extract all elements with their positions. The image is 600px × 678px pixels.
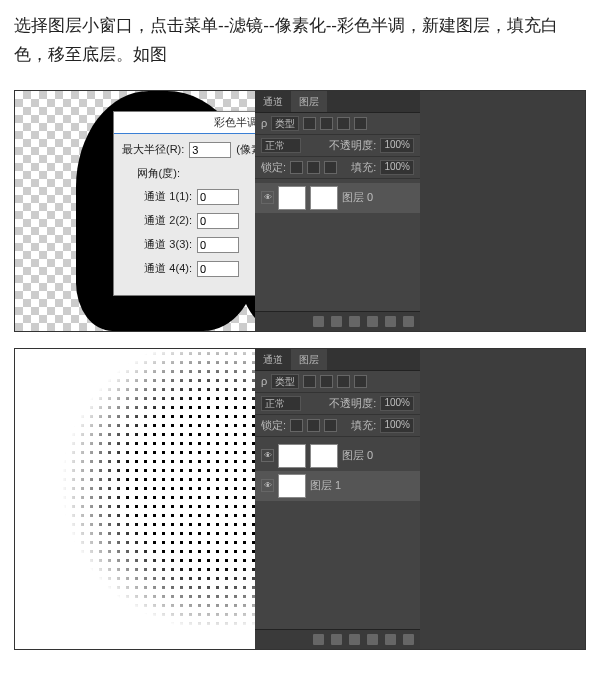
adjustment-icon[interactable] xyxy=(367,634,378,645)
layer-name: 图层 0 xyxy=(342,190,373,205)
mask-icon[interactable] xyxy=(331,316,342,327)
filter-icon[interactable] xyxy=(354,117,367,130)
layer-item[interactable]: 👁 图层 0 xyxy=(255,183,420,213)
lock-icon[interactable] xyxy=(290,419,303,432)
opacity-value[interactable]: 100% xyxy=(380,138,414,153)
lock-icon[interactable] xyxy=(307,419,320,432)
filter-icon[interactable] xyxy=(337,375,350,388)
opacity-label: 不透明度: xyxy=(329,396,376,411)
layer-name: 图层 1 xyxy=(310,478,341,493)
grid-angle-label: 网角(度): xyxy=(122,166,180,181)
layer-item[interactable]: 👁 图层 0 xyxy=(255,441,420,471)
channel1-label: 通道 1(1): xyxy=(140,189,192,204)
channel1-input[interactable] xyxy=(197,189,239,205)
fill-value[interactable]: 100% xyxy=(380,418,414,433)
filter-icon[interactable] xyxy=(337,117,350,130)
layer-thumbnail[interactable] xyxy=(278,186,306,210)
channel2-input[interactable] xyxy=(197,213,239,229)
folder-icon[interactable] xyxy=(349,316,360,327)
channel2-label: 通道 2(2): xyxy=(140,213,192,228)
fill-value[interactable]: 100% xyxy=(380,160,414,175)
filter-type-label: ρ xyxy=(261,375,267,387)
layer-mask-thumbnail[interactable] xyxy=(310,186,338,210)
fx-icon[interactable] xyxy=(313,316,324,327)
trash-icon[interactable] xyxy=(403,634,414,645)
lock-icon[interactable] xyxy=(290,161,303,174)
filter-icon[interactable] xyxy=(303,117,316,130)
max-radius-input[interactable] xyxy=(189,142,231,158)
tab-layers[interactable]: 图层 xyxy=(291,349,327,370)
channel3-label: 通道 3(3): xyxy=(140,237,192,252)
lock-label: 锁定: xyxy=(261,160,286,175)
filter-icon[interactable] xyxy=(320,117,333,130)
lock-icon[interactable] xyxy=(324,161,337,174)
folder-icon[interactable] xyxy=(349,634,360,645)
blend-mode-select[interactable]: 正常 xyxy=(261,138,301,153)
channel4-input[interactable] xyxy=(197,261,239,277)
dialog-title: 彩色半调 xyxy=(214,115,258,130)
opacity-value[interactable]: 100% xyxy=(380,396,414,411)
blend-mode-select[interactable]: 正常 xyxy=(261,396,301,411)
screenshot-2: 通道 图层 ρ 类型 正常 不透明度: 100% 锁定: xyxy=(14,348,586,650)
layer-mask-thumbnail[interactable] xyxy=(310,444,338,468)
max-radius-label: 最大半径(R): xyxy=(122,142,184,157)
tab-layers[interactable]: 图层 xyxy=(291,91,327,112)
layer-item[interactable]: 👁 图层 1 xyxy=(255,471,420,501)
new-layer-icon[interactable] xyxy=(385,634,396,645)
filter-icon[interactable] xyxy=(320,375,333,388)
new-layer-icon[interactable] xyxy=(385,316,396,327)
layer-name: 图层 0 xyxy=(342,448,373,463)
filter-icon[interactable] xyxy=(303,375,316,388)
layers-panel: 通道 图层 ρ 类型 正常 不透明度: 100% 锁定: xyxy=(255,349,420,649)
filter-icon[interactable] xyxy=(354,375,367,388)
lock-label: 锁定: xyxy=(261,418,286,433)
lock-icon[interactable] xyxy=(307,161,320,174)
adjustment-icon[interactable] xyxy=(367,316,378,327)
panel-footer xyxy=(255,629,420,649)
layer-thumbnail[interactable] xyxy=(278,474,306,498)
opacity-label: 不透明度: xyxy=(329,138,376,153)
tab-channels[interactable]: 通道 xyxy=(255,91,291,112)
channel3-input[interactable] xyxy=(197,237,239,253)
canvas-area: 彩色半调 ✕ 最大半径(R): (像素) 网角(度): 通道 1(1): xyxy=(15,91,585,331)
layer-thumbnail[interactable] xyxy=(278,444,306,468)
screenshot-1: 彩色半调 ✕ 最大半径(R): (像素) 网角(度): 通道 1(1): xyxy=(14,90,586,332)
fill-label: 填充: xyxy=(351,418,376,433)
mask-icon[interactable] xyxy=(331,634,342,645)
lock-icon[interactable] xyxy=(324,419,337,432)
fill-label: 填充: xyxy=(351,160,376,175)
panel-footer xyxy=(255,311,420,331)
instruction-text: 选择图层小窗口，点击菜单--滤镜--像素化--彩色半调，新建图层，填充白色，移至… xyxy=(0,0,600,82)
fx-icon[interactable] xyxy=(313,634,324,645)
trash-icon[interactable] xyxy=(403,316,414,327)
filter-type-label: ρ xyxy=(261,117,267,129)
tab-channels[interactable]: 通道 xyxy=(255,349,291,370)
visibility-icon[interactable]: 👁 xyxy=(261,449,274,462)
layers-panel: 通道 图层 ρ 类型 正常 不透明度: 100% 锁定: xyxy=(255,91,420,331)
canvas-area: 通道 图层 ρ 类型 正常 不透明度: 100% 锁定: xyxy=(15,349,585,649)
visibility-icon[interactable]: 👁 xyxy=(261,479,274,492)
filter-type-select[interactable]: 类型 xyxy=(271,374,299,389)
channel4-label: 通道 4(4): xyxy=(140,261,192,276)
visibility-icon[interactable]: 👁 xyxy=(261,191,274,204)
filter-type-select[interactable]: 类型 xyxy=(271,116,299,131)
